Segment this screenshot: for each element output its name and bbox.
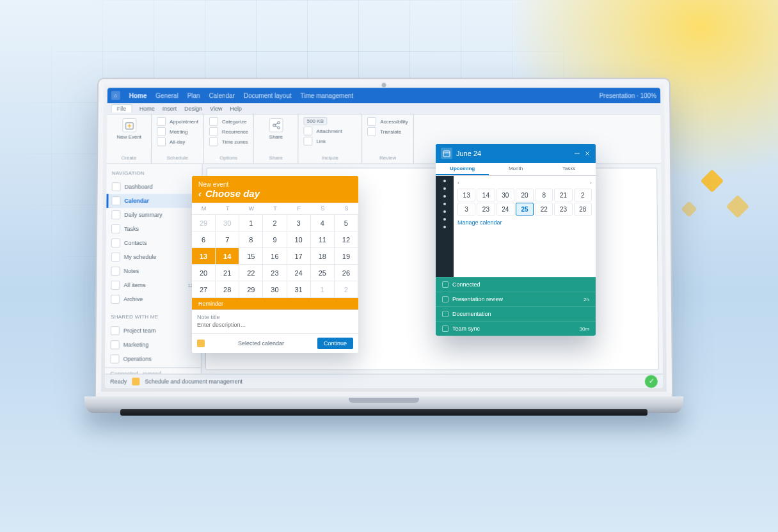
mini-day[interactable]: 8 xyxy=(535,189,553,201)
calendar-day[interactable]: 6 xyxy=(192,231,216,248)
calendar-day[interactable]: 25 xyxy=(311,265,335,281)
menu-item[interactable]: Time management xyxy=(301,92,354,99)
ribbon-button[interactable]: Translate xyxy=(367,127,408,136)
month-next-button[interactable]: › xyxy=(590,180,592,186)
checkbox-icon[interactable] xyxy=(442,281,449,288)
continue-button[interactable]: Continue xyxy=(317,338,353,349)
calendar-day[interactable]: 12 xyxy=(335,231,358,248)
calendar-day[interactable]: 31 xyxy=(287,281,311,298)
calendar-day[interactable]: 29 xyxy=(239,281,263,298)
ribbon-button[interactable]: Time zones xyxy=(209,137,248,146)
ribbon-button[interactable]: Recurrence xyxy=(209,127,248,136)
calendar-day[interactable]: 26 xyxy=(335,265,358,281)
calendar-day[interactable]: 22 xyxy=(239,265,263,281)
ribbon-share-button[interactable]: Share xyxy=(259,117,293,141)
sidebar-item[interactable]: Calendar xyxy=(106,194,202,208)
sidebar-item[interactable]: Daily summary3 xyxy=(106,208,202,222)
calendar-day[interactable]: 21 xyxy=(216,265,239,281)
note-title-input[interactable] xyxy=(197,320,353,329)
ribbon-button[interactable]: Accessibility xyxy=(367,117,408,126)
calendar-day[interactable]: 8 xyxy=(239,231,263,248)
sidebar-item[interactable]: My schedule xyxy=(106,250,202,264)
calendar-day[interactable]: 27 xyxy=(192,281,216,298)
calendar-day[interactable]: 23 xyxy=(263,265,287,281)
calendar-day[interactable]: 3 xyxy=(287,215,311,231)
menu-item[interactable]: General xyxy=(155,92,178,99)
mini-day[interactable]: 23 xyxy=(554,203,572,215)
ribbon-button[interactable]: Categorize xyxy=(209,117,248,126)
sync-ok-icon[interactable]: ✓ xyxy=(645,375,658,387)
minimize-icon[interactable] xyxy=(574,150,580,157)
sidebar-item[interactable]: Tasks xyxy=(106,222,202,236)
ribbon-tab[interactable]: Design xyxy=(184,106,202,112)
calendar-day[interactable]: 4 xyxy=(311,215,335,231)
ribbon-new-event-button[interactable]: New Event xyxy=(112,117,146,141)
ribbon-button[interactable]: Appointment xyxy=(157,117,198,126)
calendar-day[interactable]: 1 xyxy=(239,215,263,231)
mini-day[interactable]: 30 xyxy=(496,189,514,201)
ribbon-tab[interactable]: Insert xyxy=(163,106,177,112)
ribbon-button[interactable]: Meeting xyxy=(157,127,198,136)
ribbon-button[interactable]: Attachment xyxy=(304,127,357,136)
ribbon-tab[interactable]: Home xyxy=(139,106,155,112)
ribbon-tab[interactable]: View xyxy=(210,106,222,112)
task-item[interactable]: Documentation xyxy=(436,306,596,321)
mini-day[interactable]: 14 xyxy=(477,189,495,201)
calendar-day[interactable]: 20 xyxy=(192,265,216,281)
mini-day[interactable]: 28 xyxy=(574,203,592,215)
calendar-day[interactable]: 11 xyxy=(311,231,335,248)
checkbox-icon[interactable] xyxy=(442,325,449,332)
manage-calendar-link[interactable]: Manage calendar xyxy=(457,219,592,226)
calendar-day[interactable]: 2 xyxy=(335,281,358,298)
calendar-day[interactable]: 14 xyxy=(216,248,239,265)
panel-tab[interactable]: Upcoming xyxy=(436,163,489,175)
calendar-day[interactable]: 30 xyxy=(216,215,239,231)
task-item[interactable]: Connected xyxy=(436,277,596,292)
menu-item[interactable]: Plan xyxy=(187,92,200,99)
calendar-day[interactable]: 16 xyxy=(263,248,287,265)
calendar-day[interactable]: 1 xyxy=(311,281,335,298)
calendar-day[interactable]: 19 xyxy=(335,248,358,265)
mini-day[interactable]: 25 xyxy=(516,203,534,215)
panel-tab[interactable]: Month xyxy=(489,163,542,175)
calendar-day[interactable]: 15 xyxy=(239,248,263,265)
sidebar-item[interactable]: Dashboard xyxy=(107,180,202,194)
mini-day[interactable]: 21 xyxy=(554,189,572,201)
calendar-day[interactable]: 24 xyxy=(287,265,311,281)
ribbon-button[interactable]: All-day xyxy=(157,137,198,146)
menu-item[interactable]: Home xyxy=(129,92,147,99)
calendar-day[interactable]: 29 xyxy=(192,215,216,231)
task-item[interactable]: Presentation review2h xyxy=(436,292,596,306)
calendar-day[interactable]: 30 xyxy=(263,281,287,298)
menu-item[interactable]: Calendar xyxy=(209,92,235,99)
mini-day[interactable]: 13 xyxy=(457,189,475,201)
ribbon-tab[interactable]: Help xyxy=(230,106,241,112)
calendar-day[interactable]: 13 xyxy=(192,248,216,265)
calendar-day[interactable]: 5 xyxy=(335,215,358,231)
calendar-day[interactable]: 17 xyxy=(287,248,311,265)
panel-tab[interactable]: Tasks xyxy=(543,163,596,175)
mini-day[interactable]: 23 xyxy=(477,203,495,215)
calendar-day[interactable]: 2 xyxy=(263,215,287,231)
task-item[interactable]: Team sync30m xyxy=(436,321,596,336)
app-logo-icon[interactable]: ⌂ xyxy=(111,91,120,100)
calendar-left-icon[interactable]: ‹ xyxy=(198,188,202,199)
calendar-day[interactable]: 9 xyxy=(263,231,287,248)
menu-item[interactable]: Document layout xyxy=(244,92,292,99)
mini-day[interactable]: 22 xyxy=(535,203,553,215)
mini-day[interactable]: 2 xyxy=(574,189,592,201)
sidebar-item[interactable]: Project team xyxy=(106,324,202,338)
calendar-day[interactable]: 7 xyxy=(216,231,239,248)
ribbon-button[interactable]: Link xyxy=(304,137,357,146)
sidebar-item[interactable]: Notes xyxy=(106,264,201,278)
calendar-day[interactable]: 10 xyxy=(287,231,311,248)
calendar-day[interactable]: 18 xyxy=(311,248,335,265)
mini-day[interactable]: 3 xyxy=(457,203,475,215)
checkbox-icon[interactable] xyxy=(442,311,449,317)
sidebar-item[interactable]: Archive xyxy=(106,292,201,306)
ribbon-tab[interactable]: File xyxy=(111,104,132,113)
mini-day[interactable]: 24 xyxy=(496,203,514,215)
calendar-day[interactable]: 28 xyxy=(216,281,239,298)
mini-day[interactable]: 20 xyxy=(516,189,534,201)
close-icon[interactable] xyxy=(584,150,591,157)
